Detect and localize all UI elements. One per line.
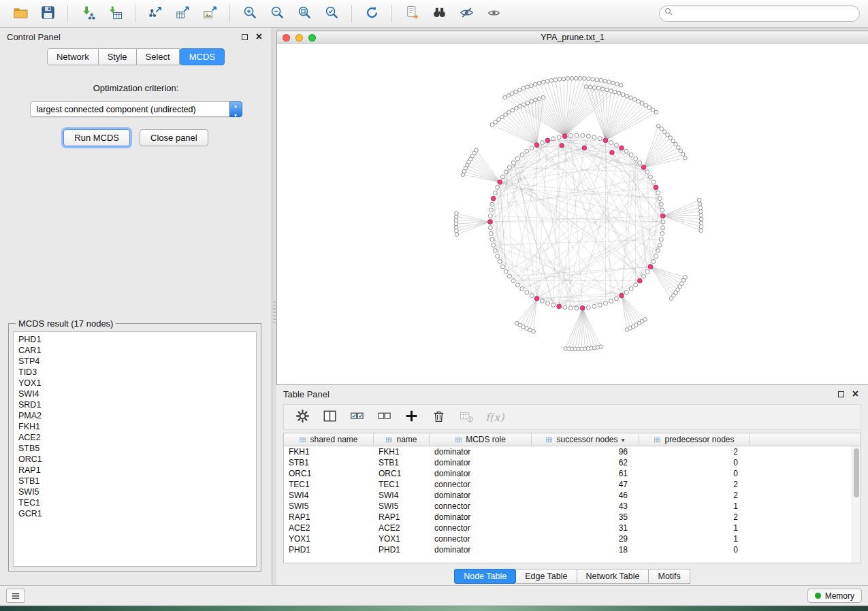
close-panel-button[interactable]: Close panel [140, 129, 208, 146]
mcds-node-item[interactable]: TID3 [18, 367, 256, 378]
memory-button[interactable]: Memory [807, 589, 862, 603]
table-row[interactable]: PHD1PHD1dominator180 [284, 544, 861, 555]
mcds-node-item[interactable]: YOX1 [18, 378, 256, 389]
network-window-titlebar[interactable]: YPA_prune.txt_1 [277, 31, 868, 44]
zoom-fit-button[interactable] [292, 3, 317, 24]
float-table-panel-icon[interactable] [838, 391, 844, 397]
mcds-result-list[interactable]: PHD1CAR1STP4TID3YOX1SWI4SRD1PMA2FKH1ACE2… [13, 331, 257, 567]
mcds-node-item[interactable]: SRD1 [18, 399, 256, 410]
window-zoom-icon[interactable] [308, 34, 316, 42]
cell-successor-nodes: 96 [532, 447, 639, 457]
cell-successor-nodes: 43 [532, 501, 639, 511]
column-header-mcds-role[interactable]: MCDS role [430, 433, 532, 446]
memory-status-icon [815, 593, 821, 599]
save-icon [40, 5, 56, 22]
show-columns-button[interactable] [322, 408, 338, 426]
optimization-criterion-select[interactable]: largest connected component (undirected) [30, 101, 242, 117]
table-scrollbar[interactable] [852, 446, 861, 563]
delete-table-button[interactable] [458, 408, 474, 426]
cell-shared-name: ORC1 [284, 469, 374, 478]
scrollbar-thumb[interactable] [854, 448, 859, 497]
close-table-panel-icon[interactable] [852, 389, 858, 399]
table-row[interactable]: YOX1YOX1connector291 [284, 533, 861, 544]
mcds-node-item[interactable]: STP4 [18, 356, 256, 367]
table-row[interactable]: ORC1ORC1dominator610 [284, 468, 861, 479]
table-row[interactable]: SWI5SWI5connector431 [284, 501, 861, 512]
tab-motifs[interactable]: Motifs [649, 569, 690, 584]
column-header-predecessor-nodes[interactable]: predecessor nodes [639, 433, 750, 446]
run-mcds-button[interactable]: Run MCDS [63, 129, 130, 146]
function-builder-button[interactable]: f(x) [485, 411, 504, 424]
window-close-icon[interactable] [283, 34, 290, 42]
table-settings-button[interactable] [295, 408, 310, 426]
show-graphics-details-button[interactable] [481, 3, 506, 24]
toggle-graphics-details-button[interactable] [454, 3, 479, 24]
find-in-network-button[interactable] [427, 3, 451, 24]
zoom-out-button[interactable] [265, 3, 289, 24]
mcds-node-item[interactable]: PHD1 [18, 334, 256, 345]
delete-table-icon [458, 408, 474, 426]
column-header-name[interactable]: name [374, 433, 430, 446]
mcds-node-item[interactable]: ACE2 [18, 432, 256, 443]
export-image-button[interactable] [197, 3, 222, 24]
import-table-button[interactable] [103, 3, 127, 24]
panel-menu-button[interactable] [6, 589, 25, 603]
mcds-node-item[interactable]: STB1 [18, 476, 256, 486]
float-panel-icon[interactable] [242, 34, 248, 40]
column-header-successor-nodes[interactable]: successor nodes [532, 433, 639, 446]
table-row[interactable]: STB1STB1dominator620 [284, 457, 861, 468]
tab-network-table[interactable]: Network Table [577, 569, 649, 584]
cell-predecessor-nodes: 1 [639, 534, 750, 544]
deselect-all-button[interactable] [376, 408, 392, 426]
table-row[interactable]: FKH1FKH1dominator962 [284, 446, 861, 457]
cell-mcds-role: dominator [430, 512, 532, 522]
tab-node-table[interactable]: Node Table [454, 569, 516, 584]
mcds-node-item[interactable]: PMA2 [18, 410, 256, 421]
table-row[interactable]: SWI4SWI4dominator462 [284, 490, 861, 501]
table-row[interactable]: TEC1TEC1connector472 [284, 479, 861, 490]
tab-edge-table[interactable]: Edge Table [516, 569, 577, 584]
export-table-button[interactable] [170, 3, 195, 24]
sort-grid-icon [654, 436, 661, 444]
network-canvas[interactable] [277, 44, 868, 384]
mcds-node-item[interactable]: STB5 [18, 443, 256, 454]
mcds-node-item[interactable]: FKH1 [18, 421, 256, 432]
tab-style[interactable]: Style [99, 48, 137, 65]
delete-row-button[interactable] [431, 408, 447, 426]
refresh-layout-button[interactable] [359, 3, 384, 24]
cell-successor-nodes: 31 [532, 523, 639, 533]
zoom-selected-button[interactable] [319, 3, 344, 24]
tab-network[interactable]: Network [47, 48, 99, 65]
tab-select[interactable]: Select [137, 48, 180, 65]
open-session-button[interactable] [8, 3, 33, 24]
table-panel-title: Table Panel [283, 389, 329, 399]
search-input[interactable] [677, 9, 855, 18]
export-network-button[interactable] [143, 3, 167, 24]
table-row[interactable]: ACE2ACE2connector311 [284, 523, 861, 533]
mcds-node-item[interactable]: CAR1 [18, 345, 256, 356]
cell-mcds-role: dominator [430, 545, 532, 555]
mcds-node-item[interactable]: RAP1 [18, 465, 256, 476]
mcds-node-item[interactable]: TEC1 [18, 497, 256, 508]
mcds-node-item[interactable]: ORC1 [18, 454, 256, 465]
window-minimize-icon[interactable] [295, 34, 303, 42]
save-session-button[interactable] [35, 3, 60, 24]
gear-icon [295, 408, 310, 426]
import-table-icon [108, 5, 123, 22]
close-panel-icon[interactable] [256, 31, 262, 42]
select-all-button[interactable] [349, 408, 365, 426]
mcds-node-item[interactable]: SWI5 [18, 486, 256, 497]
network-graph[interactable] [277, 44, 867, 384]
column-header-shared-name[interactable]: shared name [284, 433, 374, 446]
copy-style-icon [404, 5, 420, 22]
search-box[interactable] [659, 5, 860, 22]
zoom-in-button[interactable] [238, 3, 262, 24]
mcds-node-item[interactable]: SWI4 [18, 389, 256, 399]
tab-mcds[interactable]: MCDS [180, 48, 225, 65]
apply-style-button[interactable] [400, 3, 424, 24]
import-network-button[interactable] [76, 3, 100, 24]
add-row-button[interactable] [404, 408, 419, 426]
table-row[interactable]: RAP1RAP1dominator352 [284, 512, 861, 523]
refresh-icon [364, 5, 380, 22]
mcds-node-item[interactable]: GCR1 [18, 508, 256, 519]
